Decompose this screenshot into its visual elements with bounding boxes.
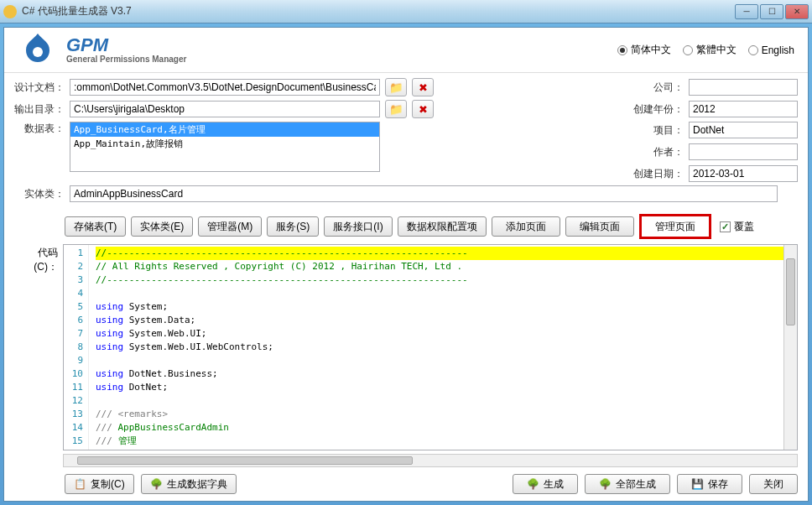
vertical-scrollbar[interactable]: [783, 245, 797, 450]
label-code: 代码(C)：: [14, 244, 63, 450]
scroll-thumb[interactable]: [786, 258, 795, 325]
create-year-input[interactable]: [689, 101, 798, 117]
code-line: /// AppBusinessCardAdmin: [96, 421, 783, 435]
entity-class-input[interactable]: [70, 185, 778, 202]
code-line: using System.Web.UI.WebControls;: [96, 341, 783, 354]
brand-subtitle: General Permissions Manager: [66, 55, 186, 64]
form-area: 设计文档： 📁 ✖ 公司： 输出目录： 📁 ✖ 创建年份：: [4, 73, 808, 211]
service-button[interactable]: 服务(S): [267, 216, 319, 237]
label-company: 公司：: [632, 81, 684, 95]
edit-page-button[interactable]: 编辑页面: [565, 216, 634, 237]
clear-design-doc-button[interactable]: ✖: [412, 78, 434, 96]
window-controls: ─ ☐ ✕: [735, 4, 809, 19]
lang-zh-traditional[interactable]: 繁體中文: [683, 43, 737, 57]
clear-output-dir-button[interactable]: ✖: [412, 100, 434, 118]
label-data-table: 数据表：: [14, 122, 65, 136]
generate-button[interactable]: 🌳生成: [513, 474, 578, 494]
manage-page-highlight: 管理页面: [639, 214, 711, 239]
code-line: /// 管理: [96, 435, 783, 448]
label-entity-class: 实体类：: [14, 187, 65, 201]
add-page-button[interactable]: 添加页面: [492, 216, 560, 237]
author-input[interactable]: [689, 143, 798, 160]
save-icon: 💾: [691, 478, 703, 490]
checkbox-icon: [720, 221, 731, 232]
browse-design-doc-button[interactable]: 📁: [385, 78, 407, 96]
generate-all-button[interactable]: 🌳全部生成: [585, 474, 670, 494]
app-icon: [3, 5, 17, 18]
code-line: // All Rights Reserved , Copyright (C) 2…: [96, 260, 783, 273]
code-line: //--------------------------------------…: [96, 273, 783, 287]
list-item[interactable]: App_BusinessCard,名片管理: [70, 122, 379, 137]
tree-icon: 🌳: [599, 478, 611, 490]
svg-point-0: [33, 47, 43, 57]
code-line: [96, 394, 783, 408]
tree-icon: 🌳: [527, 478, 539, 490]
label-design-doc: 设计文档：: [14, 81, 65, 95]
radio-icon: [617, 45, 627, 55]
service-interface-button[interactable]: 服务接口(I): [324, 216, 392, 237]
label-output-dir: 输出目录：: [14, 102, 65, 117]
brand: GPM General Permissions Manager: [66, 36, 186, 64]
scroll-thumb[interactable]: [77, 456, 413, 465]
list-item[interactable]: App_Maintain,故障报销: [70, 137, 379, 151]
code-body[interactable]: //--------------------------------------…: [89, 245, 783, 450]
company-input[interactable]: [689, 79, 798, 96]
app-window: C# 代码批量生成器 V3.7 ─ ☐ ✕ GPM General Permis…: [0, 0, 812, 505]
code-line: using System.Data;: [96, 314, 783, 327]
radio-icon: [748, 45, 758, 55]
create-date-input[interactable]: [689, 165, 798, 182]
window-title: C# 代码批量生成器 V3.7: [22, 4, 735, 18]
code-line: using DotNet;: [96, 381, 783, 394]
line-gutter: 123456789101112131415: [64, 245, 89, 450]
code-editor[interactable]: 123456789101112131415 //----------------…: [63, 244, 798, 450]
minimize-button[interactable]: ─: [735, 4, 758, 19]
content-area: GPM General Permissions Manager 简体中文 繁體中…: [3, 27, 809, 502]
overwrite-checkbox[interactable]: 覆盖: [720, 220, 754, 234]
code-line: //--------------------------------------…: [96, 247, 783, 260]
output-dir-input[interactable]: [70, 101, 380, 117]
label-author: 作者：: [632, 145, 684, 159]
folder-icon: 📁: [389, 103, 403, 116]
code-line: using System;: [96, 300, 783, 314]
label-create-year: 创建年份：: [632, 102, 684, 117]
tree-icon: 🌳: [150, 478, 162, 490]
brand-title: GPM: [66, 36, 186, 55]
lang-english[interactable]: English: [748, 43, 794, 57]
manage-page-button[interactable]: 管理页面: [642, 216, 709, 237]
label-create-date: 创建日期：: [632, 167, 684, 181]
folder-icon: 📁: [389, 81, 403, 94]
close-app-button[interactable]: 关闭: [749, 474, 798, 494]
browse-output-dir-button[interactable]: 📁: [385, 100, 407, 118]
copy-icon: 📋: [74, 478, 86, 490]
close-button[interactable]: ✕: [785, 4, 809, 19]
storage-table-button[interactable]: 存储表(T): [65, 216, 126, 237]
code-line: [96, 354, 783, 367]
gen-dict-button[interactable]: 🌳生成数据字典: [141, 474, 237, 494]
x-icon: ✖: [419, 103, 428, 116]
manager-button[interactable]: 管理器(M): [198, 216, 262, 237]
label-project: 项目：: [632, 123, 684, 138]
code-line: /// <remarks>: [96, 408, 783, 421]
data-table-list[interactable]: App_BusinessCard,名片管理App_Maintain,故障报销: [70, 122, 380, 172]
horizontal-scrollbar[interactable]: [63, 454, 798, 467]
maximize-button[interactable]: ☐: [760, 4, 783, 19]
save-button[interactable]: 💾保存: [677, 474, 742, 494]
code-line: [96, 287, 783, 300]
entity-class-button[interactable]: 实体类(E): [131, 216, 193, 237]
permission-config-button[interactable]: 数据权限配置项: [398, 216, 487, 237]
language-group: 简体中文 繁體中文 English: [617, 43, 794, 57]
footer: 📋复制(C) 🌳生成数据字典 🌳生成 🌳全部生成 💾保存 关闭: [4, 471, 808, 501]
code-line: using System.Web.UI;: [96, 327, 783, 341]
copy-button[interactable]: 📋复制(C): [65, 474, 134, 494]
code-line: using DotNet.Business;: [96, 367, 783, 381]
toolbar: 存储表(T) 实体类(E) 管理器(M) 服务(S) 服务接口(I) 数据权限配…: [4, 211, 808, 244]
code-section: 代码(C)： 123456789101112131415 //---------…: [4, 244, 808, 454]
project-input[interactable]: [689, 122, 798, 138]
logo-icon: [18, 30, 58, 70]
header: GPM General Permissions Manager 简体中文 繁體中…: [4, 28, 808, 73]
x-icon: ✖: [419, 81, 428, 94]
titlebar: C# 代码批量生成器 V3.7 ─ ☐ ✕: [0, 0, 812, 23]
lang-zh-simplified[interactable]: 简体中文: [617, 43, 671, 57]
design-doc-input[interactable]: [70, 79, 380, 96]
radio-icon: [683, 45, 693, 55]
